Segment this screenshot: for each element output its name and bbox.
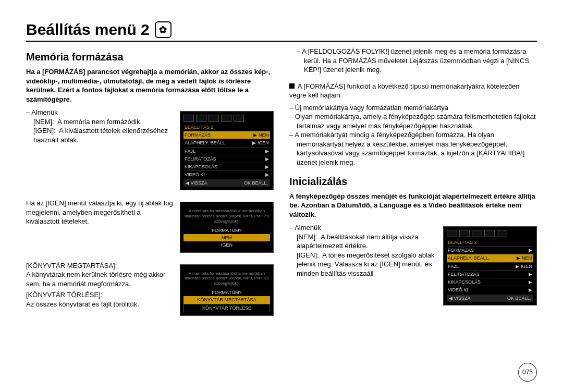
must-format-note: A [FORMÁZÁS] funkciót a következő típusú… xyxy=(289,82,537,100)
page-title: Beállítás menü 2 ✿ xyxy=(26,21,537,42)
keep-folder-label: [KÖNYVTÁR MEGTARTÁSA]: xyxy=(26,261,175,271)
heading-memory-format: Memória formázása xyxy=(26,50,274,64)
bullet-always-format: – A memóriakártyát mindig a fényképezőgé… xyxy=(289,130,537,167)
bullet-new-card: – Új memóriakártya vagy formázatlan memó… xyxy=(289,103,537,113)
submenu-label: – Almenük xyxy=(26,108,175,117)
option-nem: [NEM]: A memória nem formázódik. xyxy=(33,117,175,127)
delete-folder-label: [KÖNYVTÁR TÖRLÉSE]: xyxy=(26,290,175,300)
camera-screenshot-folder-option: A memória formázása törli a memóriában t… xyxy=(180,264,274,316)
bullet-unknown-files: – Olyan memóriakártya, amely a fényképez… xyxy=(289,112,537,130)
camera-screenshot-settings: BEÁLLÍTÁS 2 FORMÁZÁS▶ NEM ALAPHELY. BEÁL… xyxy=(180,111,274,190)
igen-explain: Ha az [IGEN] menüt választja ki, egy új … xyxy=(26,199,175,226)
init-submenu-label: – Almenük xyxy=(289,223,438,232)
square-bullet-icon xyxy=(289,83,295,89)
init-option-nem: [NEM]: A beállításokat nem állítja vissz… xyxy=(297,232,438,251)
init-option-igen: [IGEN]: A törlés megerősítését szolgáló … xyxy=(297,251,438,278)
left-column: Memória formázása Ha a [FORMÁZÁS] paranc… xyxy=(26,47,274,319)
heading-initialize: Inicializálás xyxy=(289,175,537,189)
init-intro: A fényképezőgép összes menüjét és funkci… xyxy=(289,192,537,219)
gear-icon: ✿ xyxy=(155,21,172,38)
keep-folder-text: A könyvtárak nem kerülnek törlésre még a… xyxy=(26,270,175,288)
option-igen: [IGEN]: A kiválasztott tételek ellenőrzé… xyxy=(33,126,175,144)
right-column: – A [FELDOLGOZÁS FOLYIK!] üzenet jelenik… xyxy=(289,47,537,319)
intro-text: Ha a [FORMÁZÁS] parancsot végrehajtja a … xyxy=(26,67,274,104)
delete-folder-text: Az összes könyvtárat és fájlt törölitük. xyxy=(26,300,175,309)
processing-note: – A [FELDOLGOZÁS FOLYIK!] üzenet jelenik… xyxy=(289,47,537,75)
camera-screenshot-init: BEÁLLÍTÁS 2 FORMÁZÁS▶ ALAPHELY. BEÁLL.▶ … xyxy=(443,226,537,305)
camera-screenshot-format-confirm: A memória formázása törli a memóriában t… xyxy=(180,202,274,252)
page-number: 075 xyxy=(518,363,537,382)
title-text: Beállítás menü 2 xyxy=(26,21,150,39)
